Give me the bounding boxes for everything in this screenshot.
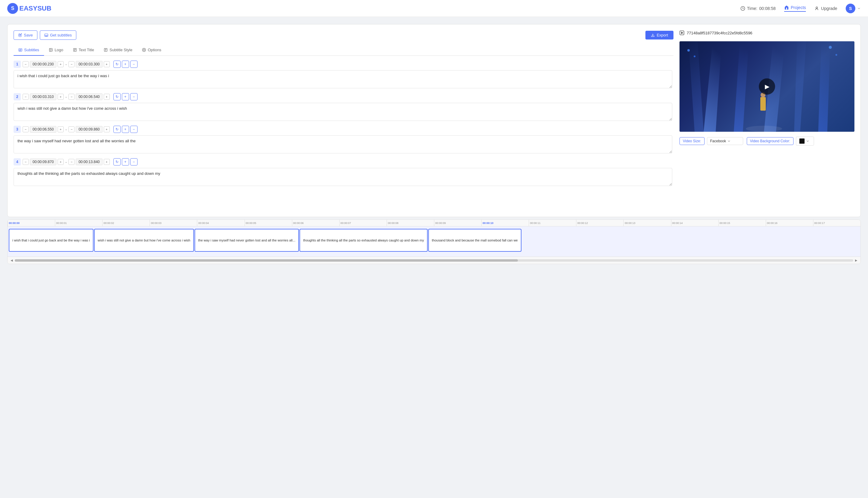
svg-point-18: [144, 50, 144, 50]
svg-marker-21: [704, 41, 722, 132]
svg-point-33: [835, 54, 837, 56]
start-decrease-btn[interactable]: −: [23, 126, 29, 132]
timeline-ruler: 00:00:0000:00:0100:00:0200:00:0300:00:04…: [8, 220, 860, 226]
refresh-btn[interactable]: ↻: [113, 61, 121, 68]
remove-btn[interactable]: −: [130, 93, 138, 100]
end-decrease-btn[interactable]: −: [68, 126, 75, 132]
track-block[interactable]: thousand block and because the mall some…: [428, 229, 521, 252]
refresh-btn[interactable]: ↻: [113, 126, 121, 133]
video-bg-color-control: Video Background Color:: [747, 136, 814, 146]
end-decrease-btn[interactable]: −: [68, 94, 75, 100]
add-btn[interactable]: +: [122, 158, 129, 166]
start-decrease-btn[interactable]: −: [23, 159, 29, 165]
refresh-btn[interactable]: ↻: [113, 93, 121, 100]
ruler-mark: 00:00:12: [576, 220, 623, 226]
start-decrease-btn[interactable]: −: [23, 61, 29, 67]
svg-point-1: [816, 6, 818, 8]
subtitles-tab-icon: [18, 48, 22, 52]
video-size-select[interactable]: Facebook: [707, 137, 743, 145]
logo[interactable]: S EASYSUB: [7, 3, 51, 14]
save-icon: [18, 33, 22, 37]
subtitle-row: 2 − 00:00:03.310 + - − 00:00:06.540 + ↻ …: [14, 93, 672, 121]
ruler-mark: 00:00:06: [292, 220, 339, 226]
home-icon: [784, 5, 789, 10]
ruler-mark: 00:00:07: [339, 220, 387, 226]
track-block[interactable]: the way i saw myself had never gotten lo…: [195, 229, 299, 252]
video-size-control: Video Size: Facebook: [679, 137, 743, 145]
video-controls: Video Size: Facebook Video Background Co…: [679, 136, 854, 146]
subtitle-row: 4 − 00:00:09.870 + - − 00:00:13.840 + ↻ …: [14, 158, 672, 186]
start-increase-btn[interactable]: +: [57, 126, 64, 132]
end-increase-btn[interactable]: +: [104, 61, 110, 67]
end-increase-btn[interactable]: +: [104, 94, 110, 100]
nav-upgrade[interactable]: Upgrade: [814, 6, 837, 11]
tab-subtitle-style[interactable]: Subtitle Style: [99, 44, 137, 56]
svg-marker-24: [794, 41, 806, 132]
tab-subtitles[interactable]: Subtitles: [14, 44, 44, 56]
nav-projects[interactable]: Projects: [784, 5, 806, 12]
scroll-left-arrow[interactable]: ◀: [9, 258, 15, 263]
end-decrease-btn[interactable]: −: [68, 159, 75, 165]
ruler-mark: 00:00:00: [8, 220, 55, 226]
remove-btn[interactable]: −: [130, 158, 138, 166]
track-block[interactable]: thoughts all the thinking all the parts …: [299, 229, 428, 252]
video-bg-color-select[interactable]: [796, 136, 814, 146]
video-player: ▶: [679, 41, 854, 132]
scroll-right-arrow[interactable]: ▶: [853, 258, 859, 263]
ruler-mark: 00:00:14: [671, 220, 718, 226]
svg-marker-20: [682, 32, 683, 34]
tab-text-title[interactable]: Text Title: [68, 44, 99, 56]
subtitle-text[interactable]: thoughts all the thinking all the parts …: [14, 168, 672, 186]
logo-tab-icon: [49, 48, 53, 52]
start-time-group: − 00:00:09.870 +: [23, 159, 64, 165]
get-subtitles-button[interactable]: Get subtitles: [40, 30, 76, 40]
ruler-mark: 00:00:02: [102, 220, 150, 226]
tab-options[interactable]: Options: [137, 44, 166, 56]
scrollbar-track[interactable]: [15, 259, 853, 262]
export-button[interactable]: Export: [645, 31, 673, 39]
tab-logo[interactable]: Logo: [44, 44, 68, 56]
video-bg-color-label: Video Background Color:: [747, 137, 793, 145]
upgrade-icon: [814, 6, 819, 11]
subtitle-text[interactable]: i wish that i could just go back and be …: [14, 70, 672, 88]
ruler-mark: 00:00:11: [529, 220, 576, 226]
end-increase-btn[interactable]: +: [104, 159, 110, 165]
svg-rect-28: [760, 97, 766, 110]
play-button[interactable]: ▶: [759, 78, 775, 95]
ruler-mark: 00:00:05: [245, 220, 292, 226]
subtitles-icon: [44, 33, 48, 37]
add-btn[interactable]: +: [122, 61, 129, 68]
scrollbar-thumb[interactable]: [15, 259, 518, 262]
subtitle-text[interactable]: wish i was still not give a damn but how…: [14, 103, 672, 121]
subtitle-text[interactable]: the way i saw myself had never gotten lo…: [14, 135, 672, 154]
end-time-group: − 00:00:03.300 +: [68, 61, 109, 67]
start-increase-btn[interactable]: +: [57, 94, 64, 100]
refresh-btn[interactable]: ↻: [113, 158, 121, 166]
end-time-group: − 00:00:13.840 +: [68, 159, 109, 165]
ruler-mark: 00:00:16: [766, 220, 813, 226]
track-block[interactable]: i wish that i could just go back and be …: [9, 229, 93, 252]
svg-point-31: [694, 55, 696, 57]
start-increase-btn[interactable]: +: [57, 61, 64, 67]
save-button[interactable]: Save: [14, 30, 37, 40]
end-time: 00:00:13.840: [76, 159, 102, 165]
end-decrease-btn[interactable]: −: [68, 61, 75, 67]
start-increase-btn[interactable]: +: [57, 159, 64, 165]
track-block[interactable]: wish i was still not give a damn but how…: [94, 229, 194, 252]
video-icon: [679, 30, 684, 35]
logo-text: EASYSUB: [19, 4, 51, 12]
main-container: Save Get subtitles Export Subtitles: [0, 17, 868, 271]
svg-point-27: [746, 126, 782, 132]
start-decrease-btn[interactable]: −: [23, 94, 29, 100]
remove-btn[interactable]: −: [130, 126, 138, 133]
start-time-group: − 00:00:00.230 +: [23, 61, 64, 67]
end-time: 00:00:06.540: [76, 93, 102, 100]
user-menu[interactable]: S: [846, 4, 861, 13]
remove-btn[interactable]: −: [130, 61, 138, 68]
timeline-tracks[interactable]: i wish that i could just go back and be …: [8, 226, 860, 257]
add-btn[interactable]: +: [122, 126, 129, 133]
avatar[interactable]: S: [846, 4, 855, 13]
ruler-mark: 00:00:04: [197, 220, 244, 226]
add-btn[interactable]: +: [122, 93, 129, 100]
end-increase-btn[interactable]: +: [104, 126, 110, 132]
